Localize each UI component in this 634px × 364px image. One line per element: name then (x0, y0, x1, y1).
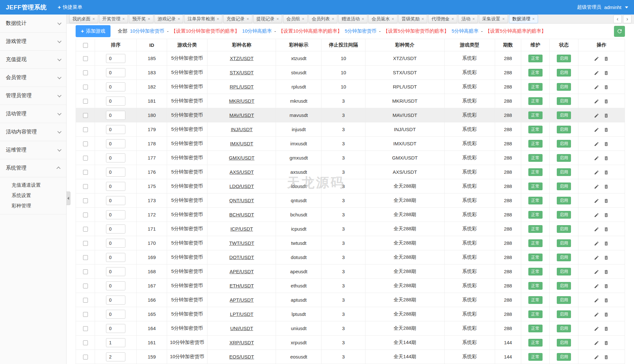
lottery-name-link[interactable]: GMX/USDT (229, 155, 254, 161)
sidebar-item-9[interactable]: 系统管理 (0, 159, 66, 177)
maintain-badge[interactable]: 正常 (528, 197, 543, 204)
row-checkbox[interactable] (83, 184, 88, 189)
tab-5[interactable]: 注单异常检测× (184, 15, 222, 23)
sort-input[interactable] (106, 296, 125, 305)
lottery-name-link[interactable]: AXS/USDT (229, 169, 254, 175)
tab-13[interactable]: 代理佣金× (428, 15, 457, 23)
delete-button[interactable] (604, 70, 609, 76)
delete-button[interactable] (604, 298, 609, 303)
lottery-name-link[interactable]: LPT/USDT (230, 311, 254, 317)
status-badge[interactable]: 启用 (557, 55, 571, 62)
delete-button[interactable] (604, 326, 609, 331)
status-badge[interactable]: 启用 (557, 69, 571, 77)
delete-button[interactable] (604, 113, 609, 118)
row-checkbox[interactable] (83, 213, 88, 217)
tab-2[interactable]: 开奖管理× (99, 15, 128, 23)
row-checkbox[interactable] (83, 312, 88, 317)
tab-close-icon[interactable]: × (92, 17, 95, 21)
row-checkbox[interactable] (83, 326, 88, 331)
tab-close-icon[interactable]: × (332, 17, 334, 21)
filter-link-2[interactable]: 10分钟加密货币 (130, 28, 164, 34)
maintain-badge[interactable]: 正常 (528, 111, 543, 119)
tab-close-icon[interactable]: × (178, 17, 180, 21)
delete-button[interactable] (604, 170, 609, 175)
status-badge[interactable]: 启用 (557, 211, 571, 219)
delete-button[interactable] (604, 241, 609, 246)
user-menu[interactable]: 超级管理员 adminht (577, 4, 628, 10)
status-badge[interactable]: 启用 (557, 97, 571, 105)
delete-button[interactable] (604, 355, 609, 360)
delete-button[interactable] (604, 269, 609, 275)
tab-close-icon[interactable]: × (217, 17, 219, 21)
edit-button[interactable] (594, 70, 599, 76)
tab-close-icon[interactable]: × (472, 17, 475, 21)
edit-button[interactable] (594, 198, 599, 203)
delete-button[interactable] (604, 127, 609, 132)
edit-button[interactable] (594, 284, 599, 289)
lottery-name-link[interactable]: BCH/USDT (229, 212, 254, 217)
tab-close-icon[interactable]: × (392, 17, 394, 21)
sort-input[interactable] (106, 281, 125, 290)
row-checkbox[interactable] (83, 127, 88, 132)
sort-input[interactable] (106, 338, 125, 347)
row-checkbox[interactable] (83, 156, 88, 161)
status-badge[interactable]: 启用 (557, 268, 571, 276)
edit-button[interactable] (594, 85, 599, 90)
lottery-name-link[interactable]: QNT/USDT (229, 198, 254, 203)
lottery-name-link[interactable]: RPL/USDT (230, 84, 254, 89)
row-checkbox[interactable] (83, 355, 88, 359)
row-checkbox[interactable] (83, 284, 88, 288)
maintain-badge[interactable]: 正常 (528, 140, 543, 148)
maintain-badge[interactable]: 正常 (528, 182, 543, 190)
sort-input[interactable] (106, 111, 125, 120)
edit-button[interactable] (594, 56, 599, 61)
delete-button[interactable] (604, 99, 609, 104)
tab-1[interactable]: 我的桌面× (69, 15, 98, 23)
lottery-name-link[interactable]: XTZ/USDT (230, 56, 253, 61)
maintain-badge[interactable]: 正常 (528, 211, 543, 219)
tabs-scroll-left-button[interactable]: ‹ (613, 15, 622, 23)
edit-button[interactable] (594, 298, 599, 303)
row-checkbox[interactable] (83, 85, 88, 89)
tab-7[interactable]: 提现记录× (253, 15, 282, 23)
sort-input[interactable] (106, 324, 125, 333)
sidebar-item-2[interactable]: 游戏管理 (0, 33, 66, 51)
sort-input[interactable] (106, 239, 125, 248)
sidebar-item-1[interactable]: 数据统计 (0, 15, 66, 33)
sort-input[interactable] (106, 253, 125, 262)
sidebar-item-8[interactable]: 运维管理 (0, 141, 66, 159)
filter-link-8[interactable]: 5分钟加密货币 (345, 28, 376, 34)
status-badge[interactable]: 启用 (557, 325, 571, 332)
row-checkbox[interactable] (83, 170, 88, 175)
row-checkbox[interactable] (83, 340, 88, 345)
maintain-badge[interactable]: 正常 (528, 310, 543, 318)
sidebar-item-6[interactable]: 活动管理 (0, 105, 66, 123)
tab-12[interactable]: 晋级奖励× (398, 15, 428, 23)
edit-button[interactable] (594, 213, 599, 218)
status-badge[interactable]: 启用 (557, 296, 571, 304)
add-game-button[interactable]: + 添加游戏 (76, 25, 111, 37)
status-badge[interactable]: 启用 (557, 111, 571, 119)
filter-link-13[interactable]: 【设置5分钟高赔率的赔率】 (485, 28, 546, 34)
sort-input[interactable] (106, 352, 125, 361)
status-badge[interactable]: 启用 (557, 282, 571, 290)
lottery-name-link[interactable]: ETH/USDT (229, 283, 254, 288)
edit-button[interactable] (594, 340, 599, 346)
lottery-name-link[interactable]: IMX/USDT (230, 141, 253, 146)
tab-close-icon[interactable]: × (148, 17, 150, 21)
tab-close-icon[interactable]: × (122, 17, 125, 21)
status-badge[interactable]: 启用 (557, 83, 571, 91)
maintain-badge[interactable]: 正常 (528, 225, 543, 233)
sidebar-subitem-3[interactable]: 彩种管理 (0, 201, 66, 211)
lottery-name-link[interactable]: XRP/USDT (229, 340, 254, 345)
sort-input[interactable] (106, 54, 125, 63)
status-badge[interactable]: 启用 (557, 154, 571, 162)
lottery-name-link[interactable]: MAV/USDT (229, 112, 254, 118)
delete-button[interactable] (604, 340, 609, 346)
tab-15[interactable]: 采集设置× (479, 15, 508, 23)
lottery-name-link[interactable]: INJ/USDT (231, 127, 253, 132)
sort-input[interactable] (106, 267, 125, 276)
delete-button[interactable] (604, 85, 609, 90)
sort-input[interactable] (106, 196, 125, 205)
lottery-name-link[interactable]: APE/USDT (229, 269, 254, 274)
